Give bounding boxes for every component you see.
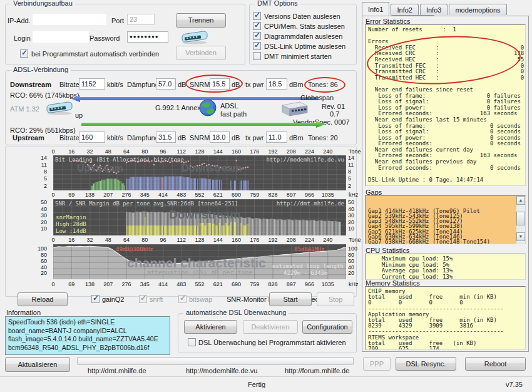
info-line: SpeedTouch 536 (isdn) eth=SINGLE: [8, 318, 167, 327]
dsl-resync-button[interactable]: DSL Resync.: [396, 357, 456, 371]
password-field[interactable]: ●●●●●●●●: [127, 31, 168, 43]
axis-tick: 345: [140, 192, 150, 198]
tab-info1[interactable]: Info1: [362, 2, 389, 16]
adsl-label: ADSL: [220, 102, 238, 110]
dmt-option-row: Diagrammdaten auslesen: [253, 31, 354, 41]
ds-txpwr-label: tx pwr: [245, 81, 263, 88]
dslam-icon: [279, 100, 310, 118]
scroll-up-arrow[interactable]: ▲: [516, 196, 525, 205]
axis-tick: 112: [177, 148, 186, 155]
bitswap-checkbox[interactable]: [178, 295, 187, 303]
axis-tick: 64: [123, 237, 130, 243]
axis-tick: 0: [51, 237, 54, 243]
port-field[interactable]: 23: [127, 14, 155, 25]
dmt-option-checkbox[interactable]: [253, 32, 261, 40]
axis-tick: 690: [232, 192, 241, 198]
gainq2-label: gainQ2: [102, 296, 124, 303]
axis-tick: 48: [105, 148, 111, 155]
vendor-label: Globespan: [300, 94, 334, 101]
axis-tick: 80: [141, 148, 148, 155]
axis-tick: 224: [305, 237, 314, 243]
dmt-option-checkbox[interactable]: [253, 12, 261, 20]
dmt-option-label: CPU/Mem. Stats auslesen: [264, 23, 345, 30]
reboot-button[interactable]: Reboot: [465, 357, 526, 371]
monitoring-autostart-checkbox[interactable]: [188, 338, 196, 346]
login-field[interactable]: [33, 31, 89, 43]
axis-unit-label: kHz: [349, 192, 359, 198]
refresh-button[interactable]: Aktualisieren: [5, 357, 70, 372]
ip-label: IP-Add.: [8, 17, 31, 24]
us-txpwr-label: tx pwr: [245, 134, 263, 142]
tab-modemoptions[interactable]: modemoptions: [449, 4, 506, 15]
ds-bitrate-field[interactable]: 1152: [79, 78, 105, 90]
ppp-button[interactable]: PPP: [363, 357, 391, 371]
us-bitrate-field[interactable]: 160: [79, 132, 105, 143]
globe-icon: [199, 99, 217, 116]
axis-tick: 176: [250, 148, 259, 155]
link-dmt-mhilfe[interactable]: http://dmt.mhilfe.de: [88, 367, 146, 374]
tone-axis-bottom: 0163248648096112128144160176192208224240…: [6, 237, 357, 244]
activate-button[interactable]: Aktivieren: [184, 320, 237, 334]
configuration-button[interactable]: Configuration: [302, 320, 352, 334]
us-attn-field[interactable]: 31.5: [156, 132, 176, 143]
ds-attn-field[interactable]: 57.0: [156, 78, 176, 90]
memory-stats-box: CHIP memory total used free min (in KB) …: [365, 286, 526, 350]
ip-field[interactable]: [33, 14, 106, 25]
axis-tick: 160: [232, 237, 241, 243]
loop-length-value: 4229m - 6343m: [284, 270, 327, 276]
attenuation-label-300khz: 49dB@300kHz: [116, 246, 153, 252]
us-txpwr-field[interactable]: 11.0: [266, 132, 287, 143]
dmt-option-row: CPU/Mem. Stats auslesen: [253, 21, 354, 31]
deactivate-button[interactable]: Deaktivieren: [243, 320, 298, 334]
link-forum-mhilfe[interactable]: http://forum.mhilfe.de: [285, 367, 349, 374]
y-axis-tick: 40: [348, 264, 359, 271]
y-axis-tick: 20: [348, 270, 359, 276]
y-axis-tick: 8: [6, 168, 47, 175]
reload-button[interactable]: Reload: [18, 292, 68, 306]
tab-info2[interactable]: Info2: [391, 4, 418, 15]
y-axis-tick: 8: [348, 168, 359, 175]
gainq2-checkbox[interactable]: [91, 295, 100, 303]
axis-tick: 759: [250, 192, 259, 198]
connect-button[interactable]: Verbinden: [176, 46, 226, 60]
link-modemhilfe[interactable]: http://modemhilfe.de.vu: [186, 367, 257, 374]
axis-tick: 483: [176, 192, 186, 198]
axis-tick: 414: [158, 192, 168, 198]
snr-avg-label: avg.SNR:26dB [tone64-251]: [153, 200, 238, 207]
us-snrm-field[interactable]: 18.0: [210, 132, 230, 143]
info-line: flash_image=5.4.0.14.0 build_name=ZZTVAA…: [8, 335, 167, 344]
y-axis-tick: 14: [348, 155, 359, 161]
y-axis-tick: 30: [6, 212, 47, 219]
ds-snrm-field[interactable]: 15.5: [210, 78, 230, 90]
us-attn-unit: dB: [178, 134, 186, 142]
axis-tick: 160: [232, 148, 241, 155]
login-label: Login: [14, 34, 31, 42]
y-axis-tick: 50: [348, 199, 359, 205]
gaps-scrollbar[interactable]: ▲ ▼: [516, 196, 525, 244]
axis-tick: 64: [123, 148, 130, 155]
y-axis-tick: 5: [6, 175, 47, 182]
axis-unit-label: Tone: [349, 148, 361, 155]
axis-tick: 1035: [322, 281, 334, 287]
stop-button[interactable]: Stop: [317, 292, 354, 306]
khz-axis-mid: 0691382072763454144835526216907598288979…: [6, 192, 357, 199]
dmt-option-checkbox[interactable]: [253, 42, 261, 50]
y-axis-tick: 11: [348, 162, 359, 168]
start-button[interactable]: Start: [269, 292, 312, 306]
dmt-option-checkbox[interactable]: [253, 22, 261, 30]
scroll-thumb[interactable]: [516, 212, 525, 225]
ds-txpwr-field[interactable]: 18.5: [266, 78, 287, 90]
dmt-option-checkbox[interactable]: [253, 52, 261, 60]
autoconnect-checkbox[interactable]: [20, 49, 28, 58]
tone-axis-top: 0163248648096112128144160176192208224240…: [6, 148, 357, 155]
scroll-down-arrow[interactable]: ▼: [516, 232, 525, 241]
upstream-arrow: [81, 121, 325, 128]
error-stats-box: Number of resets : 1 Errors Received FEC…: [365, 24, 526, 186]
us-rco-label: RCO: 29% (551kbps): [10, 126, 76, 134]
dmt-option-row: DSL-Link Uptime auslesen: [253, 41, 354, 51]
disconnect-button[interactable]: Trennen: [176, 13, 226, 28]
snrft-checkbox[interactable]: [139, 295, 147, 303]
tab-info3[interactable]: Info3: [420, 4, 448, 15]
axis-tick: 224: [305, 148, 314, 155]
vendor-rev-label: Rev. 01: [322, 103, 345, 110]
